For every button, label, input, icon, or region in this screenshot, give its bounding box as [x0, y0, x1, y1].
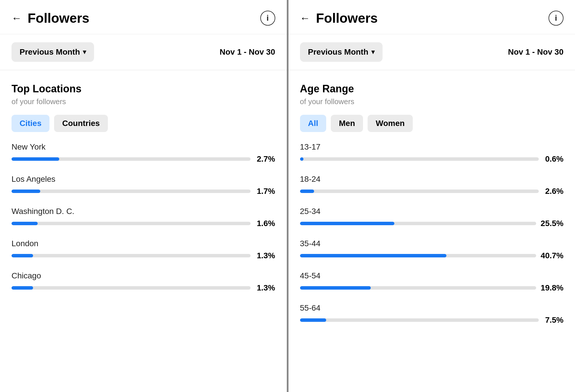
- list-item: 25-34 25.5%: [300, 207, 564, 228]
- bar-track: [300, 318, 539, 322]
- right-filter-bar: Previous Month ▾ Nov 1 - Nov 30: [289, 34, 575, 70]
- right-date-range: Nov 1 - Nov 30: [508, 47, 563, 57]
- bar-track: [300, 190, 539, 193]
- location-name: Washington D. C.: [12, 207, 275, 216]
- left-header: ← Followers i: [0, 0, 287, 34]
- bar-container: 40.7%: [300, 251, 564, 260]
- bar-container: 2.7%: [12, 154, 275, 164]
- bar-percentage: 1.3%: [255, 251, 275, 260]
- bar-percentage: 1.3%: [255, 283, 275, 292]
- bar-track: [12, 286, 251, 290]
- left-panel: ← Followers i Previous Month ▾ Nov 1 - N…: [0, 0, 287, 392]
- tab-women[interactable]: Women: [368, 115, 413, 132]
- age-range-label: 18-24: [300, 175, 564, 184]
- bar-fill: [12, 190, 40, 193]
- bar-track: [12, 254, 251, 257]
- bar-container: 7.5%: [300, 315, 564, 325]
- left-chevron-icon: ▾: [83, 48, 86, 56]
- bar-container: 1.6%: [12, 219, 275, 228]
- left-back-button[interactable]: ←: [12, 12, 22, 24]
- right-back-button[interactable]: ←: [300, 12, 310, 24]
- right-tabs: All Men Women: [300, 115, 564, 132]
- left-section-title: Top Locations: [12, 83, 275, 95]
- bar-container: 1.3%: [12, 283, 275, 292]
- bar-percentage: 19.8%: [541, 283, 563, 292]
- bar-container: 19.8%: [300, 283, 564, 292]
- right-header-left: ← Followers: [300, 10, 378, 26]
- age-range-label: 55-64: [300, 303, 564, 313]
- bar-track: [300, 254, 536, 257]
- tab-men[interactable]: Men: [331, 115, 363, 132]
- age-range-label: 25-34: [300, 207, 564, 216]
- bar-container: 0.6%: [300, 154, 564, 164]
- bar-fill: [300, 157, 303, 161]
- bar-track: [12, 157, 251, 161]
- list-item: 35-44 40.7%: [300, 239, 564, 260]
- left-section: Top Locations of your followers Cities C…: [0, 70, 287, 309]
- list-item: 55-64 7.5%: [300, 303, 564, 325]
- list-item: New York 2.7%: [12, 142, 275, 164]
- list-item: London 1.3%: [12, 239, 275, 260]
- bar-container: 1.7%: [12, 187, 275, 196]
- bar-fill: [300, 254, 446, 257]
- left-header-left: ← Followers: [12, 10, 89, 26]
- right-header: ← Followers i: [289, 0, 575, 34]
- bar-percentage: 1.6%: [255, 219, 275, 228]
- right-page-title: Followers: [316, 10, 378, 26]
- left-period-label: Previous Month: [20, 47, 80, 57]
- location-name: New York: [12, 142, 275, 152]
- right-info-button[interactable]: i: [549, 11, 563, 26]
- right-section: Age Range of your followers All Men Wome…: [289, 70, 575, 341]
- bar-track: [12, 222, 251, 225]
- left-section-subtitle: of your followers: [12, 97, 275, 106]
- bar-container: 1.3%: [12, 251, 275, 260]
- list-item: Chicago 1.3%: [12, 271, 275, 292]
- left-info-button[interactable]: i: [260, 11, 275, 26]
- left-tabs: Cities Countries: [12, 115, 275, 132]
- list-item: 18-24 2.6%: [300, 175, 564, 196]
- bar-percentage: 2.7%: [255, 154, 275, 164]
- age-range-label: 13-17: [300, 142, 564, 152]
- bar-track: [300, 157, 539, 161]
- right-period-label: Previous Month: [308, 47, 368, 57]
- list-item: 13-17 0.6%: [300, 142, 564, 164]
- right-panel: ← Followers i Previous Month ▾ Nov 1 - N…: [289, 0, 575, 392]
- right-period-button[interactable]: Previous Month ▾: [300, 42, 383, 62]
- list-item: 45-54 19.8%: [300, 271, 564, 292]
- bar-percentage: 40.7%: [541, 251, 563, 260]
- tab-cities[interactable]: Cities: [12, 115, 49, 132]
- right-section-title: Age Range: [300, 83, 564, 95]
- bar-percentage: 25.5%: [541, 219, 563, 228]
- left-page-title: Followers: [28, 10, 89, 26]
- bar-fill: [300, 222, 394, 225]
- list-item: Los Angeles 1.7%: [12, 175, 275, 196]
- right-age-list: 13-17 0.6% 18-24 2.6% 25-34 25.5% 35-44: [300, 142, 564, 325]
- location-name: Los Angeles: [12, 175, 275, 184]
- tab-all[interactable]: All: [300, 115, 326, 132]
- bar-fill: [300, 190, 314, 193]
- age-range-label: 35-44: [300, 239, 564, 248]
- bar-container: 2.6%: [300, 187, 564, 196]
- bar-percentage: 0.6%: [543, 154, 563, 164]
- tab-countries[interactable]: Countries: [54, 115, 108, 132]
- bar-fill: [12, 157, 59, 161]
- bar-fill: [300, 286, 371, 290]
- location-name: London: [12, 239, 275, 248]
- left-period-button[interactable]: Previous Month ▾: [12, 42, 94, 62]
- age-range-label: 45-54: [300, 271, 564, 280]
- bar-percentage: 7.5%: [543, 315, 563, 325]
- bar-fill: [12, 222, 38, 225]
- right-section-subtitle: of your followers: [300, 97, 564, 106]
- bar-track: [300, 222, 536, 225]
- bar-fill: [12, 254, 33, 257]
- right-chevron-icon: ▾: [371, 48, 375, 56]
- bar-track: [300, 286, 536, 290]
- bar-fill: [12, 286, 33, 290]
- left-date-range: Nov 1 - Nov 30: [220, 47, 275, 57]
- bar-percentage: 1.7%: [255, 187, 275, 196]
- left-locations-list: New York 2.7% Los Angeles 1.7% Washingto…: [12, 142, 275, 292]
- left-filter-bar: Previous Month ▾ Nov 1 - Nov 30: [0, 34, 287, 70]
- list-item: Washington D. C. 1.6%: [12, 207, 275, 228]
- bar-container: 25.5%: [300, 219, 564, 228]
- bar-track: [12, 190, 251, 193]
